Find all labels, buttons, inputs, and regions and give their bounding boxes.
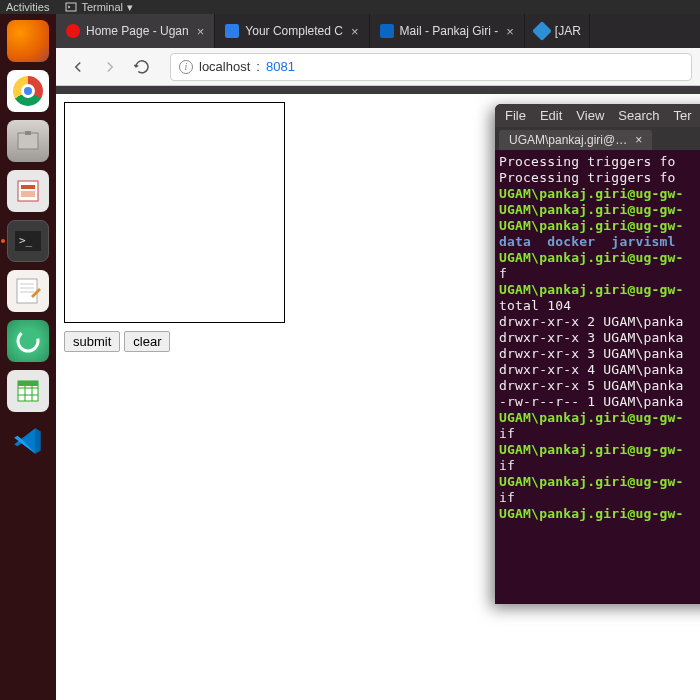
vpn-app[interactable] [7,320,49,362]
submit-button[interactable]: submit [64,331,120,352]
favicon-icon [66,24,80,38]
calc-app[interactable] [7,370,49,412]
svg-rect-5 [21,191,35,197]
tab-jar[interactable]: [JAR [525,14,590,48]
site-info-icon[interactable]: i [179,60,193,74]
tab-label: Mail - Pankaj Giri - [400,24,499,38]
gedit-app[interactable] [7,270,49,312]
terminal-output[interactable]: Processing triggers fo Processing trigge… [495,150,700,526]
close-icon[interactable]: × [504,24,516,39]
svg-rect-1 [18,133,38,149]
reload-button[interactable] [128,53,156,81]
firefox-toolbar: i localhost:8081 [56,48,700,86]
svg-rect-18 [18,381,38,386]
files-app[interactable] [7,120,49,162]
tab-label: Home Page - Ugan [86,24,189,38]
tab-completed[interactable]: Your Completed C × [215,14,369,48]
firefox-app[interactable] [7,20,49,62]
url-colon: : [256,59,260,74]
close-icon[interactable]: × [195,24,207,39]
terminal-icon [65,1,77,13]
firefox-tabstrip: Home Page - Ugan × Your Completed C × Ma… [56,14,700,48]
close-icon[interactable]: × [349,24,361,39]
favicon-icon [225,24,239,38]
svg-rect-2 [25,131,31,135]
close-icon[interactable]: × [635,133,642,147]
tab-label: Your Completed C [245,24,343,38]
svg-point-12 [18,331,38,351]
menu-file[interactable]: File [505,108,526,123]
favicon-icon [380,24,394,38]
svg-text:>_: >_ [19,234,33,247]
tab-label: [JAR [555,24,581,38]
active-app-indicator[interactable]: Terminal ▾ [65,1,133,14]
forward-button[interactable] [96,53,124,81]
menu-terminal[interactable]: Ter [674,108,692,123]
terminal-tab-label: UGAM\pankaj.giri@… [509,133,627,147]
menu-view[interactable]: View [576,108,604,123]
terminal-app[interactable]: >_ [7,220,49,262]
impress-app[interactable] [7,170,49,212]
firefox-window: Home Page - Ugan × Your Completed C × Ma… [56,14,700,94]
terminal-window: File Edit View Search Ter UGAM\pankaj.gi… [495,104,700,604]
gnome-topbar: Activities Terminal ▾ [0,0,700,14]
active-app-label: Terminal [81,1,123,13]
tab-home-page[interactable]: Home Page - Ugan × [56,14,215,48]
favicon-icon [532,21,552,41]
drawing-canvas[interactable] [64,102,285,323]
tab-mail[interactable]: Mail - Pankaj Giri - × [370,14,525,48]
terminal-tabstrip: UGAM\pankaj.giri@… × [495,127,700,150]
menu-edit[interactable]: Edit [540,108,562,123]
url-port: 8081 [266,59,295,74]
vscode-app[interactable] [7,420,49,462]
terminal-menubar: File Edit View Search Ter [495,104,700,127]
svg-rect-4 [21,185,35,189]
chevron-down-icon: ▾ [127,1,133,14]
url-host: localhost [199,59,250,74]
chrome-app[interactable] [7,70,49,112]
menu-search[interactable]: Search [618,108,659,123]
svg-rect-8 [17,279,37,303]
clear-button[interactable]: clear [124,331,170,352]
terminal-tab[interactable]: UGAM\pankaj.giri@… × [499,130,652,150]
ubuntu-dock: >_ [0,14,56,700]
activities-button[interactable]: Activities [6,1,49,13]
url-bar[interactable]: i localhost:8081 [170,53,692,81]
back-button[interactable] [64,53,92,81]
